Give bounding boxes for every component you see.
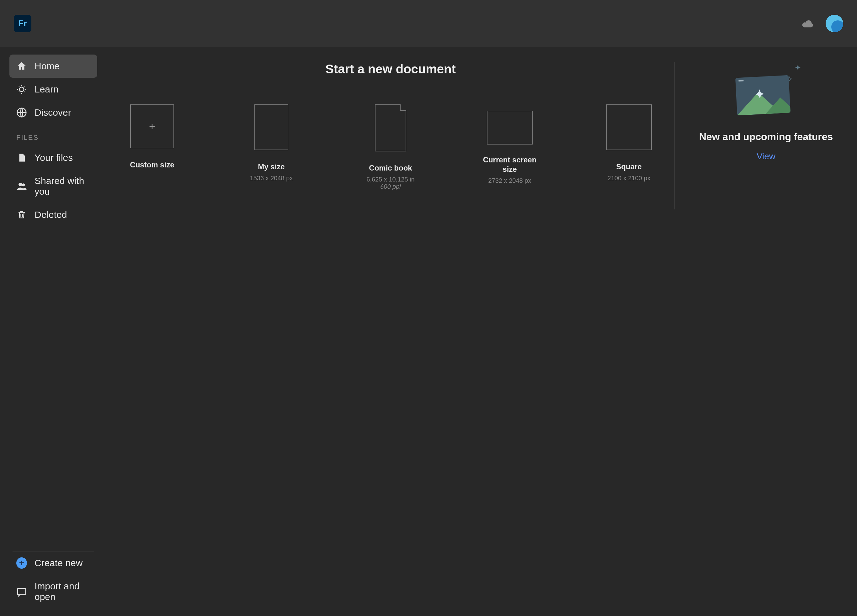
- preset-dimensions: 6,625 x 10,125 in: [367, 176, 415, 183]
- sidebar-item-label: Shared with you: [34, 176, 90, 197]
- sidebar-item-label: Learn: [34, 84, 59, 95]
- app-header: Fr: [0, 0, 857, 47]
- preset-name: Current screen size: [477, 155, 543, 174]
- globe-icon: [16, 107, 27, 118]
- home-icon: [16, 61, 27, 71]
- preset-dimensions: 2100 x 2100 px: [608, 174, 651, 182]
- plus-icon: +: [130, 104, 174, 148]
- preset-row: + Custom size My size 1536 x 2048 px Com…: [119, 104, 662, 190]
- sidebar-item-discover[interactable]: Discover: [9, 101, 97, 124]
- preset-dimensions: 1536 x 2048 px: [250, 174, 293, 182]
- app-logo[interactable]: Fr: [14, 15, 31, 32]
- vertical-divider: [674, 62, 675, 209]
- preset-comic-book[interactable]: Comic book 6,625 x 10,125 in 600 ppi: [357, 104, 424, 190]
- sidebar-item-learn[interactable]: Learn: [9, 78, 97, 101]
- preset-thumb: [606, 104, 652, 150]
- import-open-label: Import and open: [34, 581, 90, 602]
- sidebar-item-label: Discover: [34, 107, 71, 118]
- svg-point-3: [22, 184, 25, 186]
- sidebar-item-label: Home: [34, 61, 60, 71]
- file-icon: [16, 152, 27, 163]
- import-icon: [16, 586, 27, 597]
- sidebar: Home Learn Discover FILES Your files: [0, 47, 107, 616]
- preset-thumb: [254, 104, 288, 150]
- sidebar-item-label: Your files: [34, 152, 73, 163]
- preset-current-screen[interactable]: Current screen size 2732 x 2048 px: [477, 104, 543, 190]
- whats-new-illustration: ✦ ✧ ✦: [733, 65, 799, 119]
- preset-dimensions: 2732 x 2048 px: [489, 177, 531, 184]
- content-pane: Start a new document + Custom size My si…: [107, 47, 857, 616]
- people-icon: [16, 181, 27, 191]
- preset-my-size[interactable]: My size 1536 x 2048 px: [238, 104, 304, 190]
- page-title: Start a new document: [119, 62, 662, 76]
- preset-name: My size: [258, 162, 285, 171]
- whats-new-panel: ✦ ✧ ✦ New and upcoming features View: [688, 62, 845, 601]
- whats-new-view-link[interactable]: View: [756, 151, 775, 161]
- preset-square[interactable]: Square 2100 x 2100 px: [596, 104, 662, 190]
- user-avatar[interactable]: [826, 15, 843, 32]
- create-new-label: Create new: [34, 558, 82, 568]
- svg-point-0: [19, 87, 24, 91]
- svg-rect-4: [17, 588, 26, 595]
- import-open-button[interactable]: Import and open: [9, 574, 97, 608]
- preset-name: Custom size: [130, 160, 174, 170]
- main-area: Home Learn Discover FILES Your files: [0, 47, 857, 616]
- sidebar-item-your-files[interactable]: Your files: [9, 146, 97, 169]
- sidebar-item-deleted[interactable]: Deleted: [9, 203, 97, 226]
- preset-name: Comic book: [369, 163, 412, 173]
- sidebar-item-home[interactable]: Home: [9, 54, 97, 78]
- lightbulb-icon: [16, 84, 27, 95]
- preset-thumb: [487, 111, 533, 145]
- sidebar-item-label: Deleted: [34, 209, 67, 220]
- preset-custom-size[interactable]: + Custom size: [119, 104, 185, 190]
- create-new-button[interactable]: + Create new: [9, 551, 97, 574]
- trash-icon: [16, 209, 27, 220]
- whats-new-title: New and upcoming features: [699, 131, 833, 143]
- plus-circle-icon: +: [16, 558, 27, 568]
- cloud-sync-icon[interactable]: [801, 19, 814, 28]
- header-actions: [801, 15, 843, 32]
- sidebar-section-files: FILES: [9, 124, 97, 146]
- app-logo-text: Fr: [18, 19, 27, 29]
- svg-point-2: [19, 183, 22, 186]
- sidebar-item-shared[interactable]: Shared with you: [9, 169, 97, 203]
- preset-name: Square: [616, 162, 642, 171]
- preset-thumb: [375, 104, 406, 151]
- preset-ppi: 600 ppi: [380, 183, 401, 190]
